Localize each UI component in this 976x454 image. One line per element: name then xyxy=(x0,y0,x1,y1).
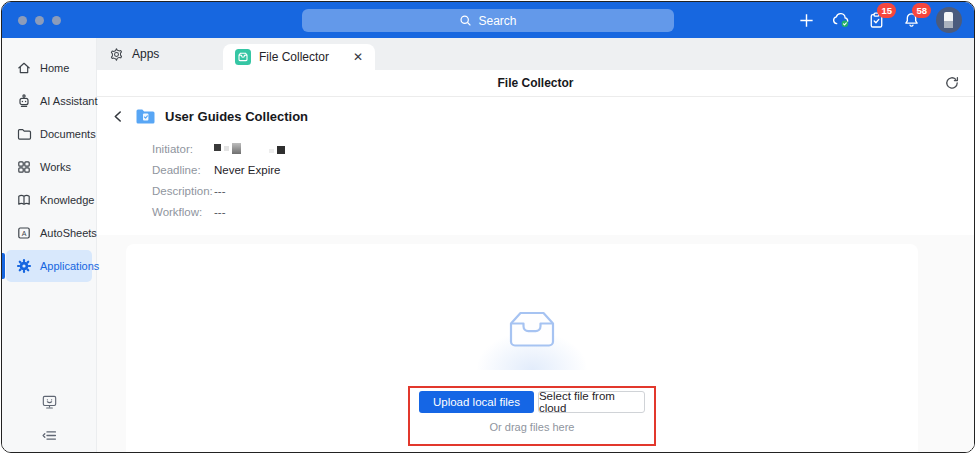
sidebar-footer xyxy=(2,393,96,444)
close-window-button[interactable] xyxy=(18,16,27,25)
gear-icon xyxy=(109,47,124,62)
collection-title: User Guides Collection xyxy=(165,109,308,124)
tasks-badge: 15 xyxy=(877,3,896,18)
page-title: File Collector xyxy=(497,76,573,90)
minimize-window-button[interactable] xyxy=(35,16,44,25)
pane-header: File Collector xyxy=(97,70,974,97)
knowledge-icon xyxy=(16,192,32,208)
drag-files-hint: Or drag files here xyxy=(419,421,645,433)
plus-icon xyxy=(798,12,815,29)
avatar[interactable] xyxy=(936,7,962,33)
search-input[interactable]: Search xyxy=(302,9,674,32)
refresh-icon[interactable] xyxy=(944,75,960,91)
sidebar-item-label: Knowledge xyxy=(40,194,94,206)
sidebar-item-autosheets[interactable]: A AutoSheets xyxy=(6,217,92,249)
notifications-badge: 58 xyxy=(912,3,931,18)
ai-assistant-icon xyxy=(16,93,32,109)
tasks-button[interactable]: 15 xyxy=(866,10,886,30)
upload-buttons: Upload local files Select file from clou… xyxy=(419,391,645,413)
tab-strip: Apps File Collector ✕ xyxy=(97,38,974,70)
upload-area: Upload local files Select file from clou… xyxy=(97,235,974,452)
redacted-initiator xyxy=(214,143,285,155)
sidebar-item-knowledge[interactable]: Knowledge xyxy=(6,184,92,216)
sidebar-item-ai-assistant[interactable]: AI Assistant xyxy=(6,85,92,117)
close-icon[interactable]: ✕ xyxy=(353,51,363,63)
tab-label: Apps xyxy=(132,47,159,61)
inbox-tray-icon xyxy=(504,306,560,352)
sidebar-item-label: Works xyxy=(40,161,71,173)
applications-icon xyxy=(16,258,32,274)
collection-details: User Guides Collection Initiator: Deadli… xyxy=(97,97,974,235)
field-value: --- xyxy=(214,185,226,197)
sidebar-item-label: AI Assistant xyxy=(40,95,97,107)
search-icon xyxy=(459,14,472,27)
field-label: Workflow: xyxy=(152,206,214,218)
annotation-highlight-box: Upload local files Select file from clou… xyxy=(408,386,656,446)
file-collector-icon xyxy=(235,49,251,65)
sidebar-item-works[interactable]: Works xyxy=(6,151,92,183)
field-initiator: Initiator: xyxy=(152,138,974,159)
field-description: Description: --- xyxy=(152,180,974,201)
collapse-sidebar-icon[interactable] xyxy=(41,427,58,444)
zoom-window-button[interactable] xyxy=(52,16,61,25)
tab-label: File Collector xyxy=(259,50,329,64)
sidebar-item-label: Applications xyxy=(40,260,99,272)
avatar-image-shade xyxy=(944,21,953,28)
notifications-button[interactable]: 58 xyxy=(901,10,921,30)
sidebar-item-applications[interactable]: Applications xyxy=(6,250,92,282)
home-icon xyxy=(16,60,32,76)
upload-card: Upload local files Select file from clou… xyxy=(126,244,918,452)
documents-icon xyxy=(16,126,32,142)
sidebar-item-home[interactable]: Home xyxy=(6,52,92,84)
tab-file-collector[interactable]: File Collector ✕ xyxy=(223,44,375,70)
cloud-sync-icon xyxy=(831,10,851,30)
titlebar-actions: 15 58 xyxy=(796,2,962,38)
device-icon[interactable] xyxy=(40,393,59,412)
titlebar: Search 15 58 xyxy=(2,2,974,38)
field-deadline: Deadline: Never Expire xyxy=(152,159,974,180)
back-icon[interactable] xyxy=(111,109,126,124)
autosheets-icon: A xyxy=(16,225,32,241)
cloud-sync-button[interactable] xyxy=(831,10,851,30)
upload-local-files-button[interactable]: Upload local files xyxy=(419,391,534,413)
works-icon xyxy=(16,159,32,175)
field-label: Initiator: xyxy=(152,143,214,155)
search-placeholder: Search xyxy=(478,14,516,28)
new-button[interactable] xyxy=(796,10,816,30)
svg-text:A: A xyxy=(22,230,27,237)
tab-apps[interactable]: Apps xyxy=(97,47,215,62)
folder-icon xyxy=(135,108,156,125)
field-label: Description: xyxy=(152,185,214,197)
collection-fields: Initiator: Deadline: Never Expire Descri… xyxy=(152,138,974,222)
field-label: Deadline: xyxy=(152,164,214,176)
sidebar-item-label: AutoSheets xyxy=(40,227,97,239)
field-workflow: Workflow: --- xyxy=(152,201,974,222)
sidebar-item-documents[interactable]: Documents xyxy=(6,118,92,150)
field-value: --- xyxy=(214,206,226,218)
sidebar-item-label: Home xyxy=(40,62,69,74)
content-pane: Apps File Collector ✕ File Collector Use xyxy=(97,38,974,452)
select-file-from-cloud-button[interactable]: Select file from cloud xyxy=(538,391,645,413)
sidebar-item-label: Documents xyxy=(40,128,96,140)
window-controls[interactable] xyxy=(18,16,61,25)
empty-state xyxy=(472,300,592,370)
sidebar: Home AI Assistant Documents Works Knowle… xyxy=(2,38,97,452)
app-window: Search 15 58 Home xyxy=(1,1,975,453)
field-value: Never Expire xyxy=(214,164,280,176)
